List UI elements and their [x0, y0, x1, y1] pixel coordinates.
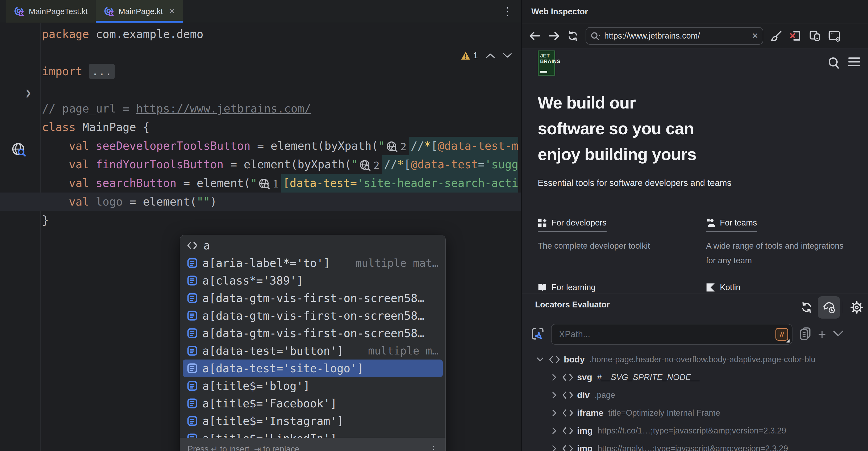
completion-list: a a[aria-label*='to']multiple mat… a[cla…	[180, 235, 445, 438]
tree-row-iframe[interactable]: iframe title=Optimizely Internal Frame	[522, 404, 868, 422]
locator-item-icon	[187, 310, 197, 321]
match-count: 2	[373, 156, 379, 174]
url-clear-icon[interactable]: ✕	[752, 31, 758, 40]
completion-item[interactable]: a[class*='389']	[183, 272, 443, 289]
back-button[interactable]	[529, 31, 541, 41]
completion-popup: a a[aria-label*='to']multiple mat… a[cla…	[180, 235, 446, 451]
teams-icon	[706, 218, 715, 227]
code-tag-icon	[549, 355, 560, 364]
code-tag-icon	[562, 409, 574, 418]
refresh-locators-icon[interactable]	[796, 296, 818, 319]
completion-item[interactable]: a[title$='Instagram']	[183, 412, 443, 430]
tree-row-body[interactable]: body .home-page.header-no-overflow.body-…	[522, 351, 868, 368]
tabbar-kebab-icon[interactable]: ⋮	[502, 4, 513, 19]
jetbrains-logo-dash	[540, 71, 547, 73]
tab-close-icon[interactable]: ✕	[169, 7, 175, 16]
clear-cookies-icon[interactable]	[770, 30, 782, 42]
completion-query-row: a	[183, 237, 443, 254]
feature-for-developers[interactable]: For developers The complete developer to…	[538, 218, 706, 268]
tree-row-img1[interactable]: img https://t.co/1…;type=javascript&amp;…	[522, 422, 868, 440]
forward-button[interactable]	[548, 31, 560, 41]
tab-mainpagetest[interactable]: MainPageTest.kt	[6, 0, 96, 23]
locator-item-icon	[187, 346, 197, 356]
chevron-right-icon[interactable]	[552, 373, 557, 381]
app-window: MainPageTest.kt MainPage.kt ✕ ⋮ 1 ❯	[0, 0, 868, 451]
site-search-icon[interactable]	[828, 56, 840, 71]
tree-row-svg[interactable]: svg #__SVG_SPRITE_NODE__	[522, 368, 868, 386]
inline-globe-badge[interactable]: 2	[386, 137, 406, 156]
feature-for-learning[interactable]: For learning	[538, 283, 706, 294]
settings-gear-icon[interactable]	[846, 296, 868, 319]
completion-footer: Press ↵ to insert, ⇥ to replace ⋮	[180, 438, 445, 451]
code-line-val2: val findYourToolsButton = element(byXpat…	[0, 155, 521, 174]
page-url-link[interactable]: https://www.jetbrains.com/	[136, 102, 311, 115]
code-tag-icon	[562, 391, 574, 400]
kotlin-class-icon	[104, 6, 114, 17]
chevron-right-icon[interactable]	[552, 391, 557, 399]
tab-mainpage-active[interactable]: MainPage.kt ✕	[96, 0, 183, 23]
xpath-fragment: //*[@data-test-m	[409, 137, 518, 155]
refresh-button[interactable]	[567, 30, 579, 42]
code-line-val3: val searchButton = element("1[data-test=…	[0, 174, 521, 193]
tree-row-img2[interactable]: img https://analyt…;type=javascript&amp;…	[522, 440, 868, 451]
webpage-preview[interactable]: JET BRAINS We build our software so you …	[522, 49, 868, 294]
jetbrains-logo[interactable]: JET BRAINS	[538, 51, 555, 75]
match-count: 2	[400, 137, 406, 156]
site-menu-icon[interactable]	[848, 58, 860, 69]
chevron-down-icon[interactable]	[536, 357, 544, 362]
code-line-package: package com.example.demo	[0, 25, 521, 43]
completion-kebab-icon[interactable]: ⋮	[429, 444, 438, 451]
code-line-class: class MainPage {	[0, 118, 521, 137]
locator-item-icon	[187, 293, 197, 303]
close-tabs-icon[interactable]	[789, 30, 802, 42]
completion-item[interactable]: a[data-gtm-vis-first-on-screen58…	[183, 324, 443, 342]
tab-label: MainPage.kt	[119, 7, 163, 16]
web-inspector-header: Web Inspector	[522, 0, 868, 23]
folded-imports[interactable]: ...	[89, 64, 115, 79]
hero-subtitle: Essential tools for software developers …	[538, 175, 735, 190]
code-editor[interactable]: 1 ❯ package com.example.demo import ... …	[0, 23, 521, 451]
chevron-right-icon[interactable]	[552, 445, 557, 451]
add-locator-icon[interactable]: +	[818, 329, 826, 340]
url-bar[interactable]: https://www.jetbrains.com/ ✕	[586, 27, 763, 45]
completion-item[interactable]: a[data-gtm-vis-first-on-screen58…	[183, 307, 443, 324]
completion-item[interactable]: a[aria-label*='to']multiple mat…	[183, 254, 443, 272]
completion-item[interactable]: a[title$='Facebook']	[183, 395, 443, 412]
css-selector-fragment: [data-test='site-header-search-acti	[281, 174, 518, 193]
globe-search-icon	[359, 159, 371, 171]
collapse-chevron-icon[interactable]	[832, 330, 844, 339]
feature-for-teams[interactable]: For teams A wide range of tools and inte…	[706, 218, 855, 268]
xpath-input[interactable]: XPath... //	[551, 324, 793, 345]
inline-globe-badge[interactable]: 2	[359, 156, 379, 174]
xpath-mode-badge[interactable]: //	[775, 328, 788, 341]
kotlin-icon	[706, 283, 715, 292]
dom-tree: body .home-page.header-no-overflow.body-…	[522, 351, 868, 451]
locators-actions	[796, 296, 868, 319]
auto-refresh-history-icon[interactable]	[818, 296, 840, 319]
completion-item[interactable]: a[data-gtm-vis-first-on-screen58…	[183, 289, 443, 307]
copy-results-icon[interactable]	[799, 327, 812, 342]
learning-icon	[538, 283, 547, 292]
locators-evaluator: Locators Evaluator XPath... // +	[522, 294, 868, 451]
completion-item[interactable]: a[data-test='button']multiple m…	[183, 342, 443, 359]
chevron-right-icon[interactable]	[552, 409, 557, 417]
inline-globe-badge[interactable]: 1	[258, 175, 279, 193]
completion-item[interactable]: a[title$='blog']	[183, 377, 443, 395]
completion-item[interactable]: a[title$='LinkedIn']	[183, 430, 443, 438]
code-tag-icon	[562, 373, 574, 382]
chevron-right-icon[interactable]	[552, 427, 557, 435]
code-tag-icon	[562, 444, 574, 451]
hero-heading: We build our software so you can enjoy b…	[538, 90, 696, 167]
feature-kotlin[interactable]: Kotlin	[706, 283, 855, 294]
element-picker-icon[interactable]	[531, 327, 545, 342]
tree-row-div[interactable]: div .page	[522, 386, 868, 404]
toolbar-divider	[843, 301, 843, 313]
browser-settings-icon[interactable]	[828, 30, 841, 42]
url-text[interactable]: https://www.jetbrains.com/	[604, 31, 749, 41]
code-line-comment: // page_url = https://www.jetbrains.com/	[0, 99, 521, 118]
xpath-input-row: XPath... // +	[531, 324, 868, 345]
xpath-placeholder: XPath...	[559, 329, 775, 339]
devices-sync-icon[interactable]	[808, 30, 821, 42]
browser-toolbar: https://www.jetbrains.com/ ✕	[522, 23, 868, 49]
completion-item-selected[interactable]: a[data-test='site-logo']	[183, 359, 443, 377]
